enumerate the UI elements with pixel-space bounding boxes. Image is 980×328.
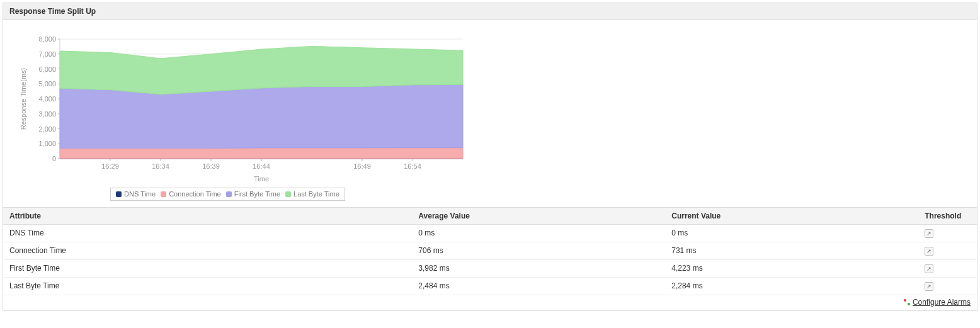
legend-label: DNS Time <box>124 190 156 198</box>
cell-current: 731 ms <box>665 242 918 259</box>
panel-body: 01,0002,0003,0004,0005,0006,0007,0008,00… <box>3 20 977 310</box>
cell-attribute: First Byte Time <box>3 259 412 277</box>
threshold-edit-icon[interactable]: ↗ <box>925 247 933 256</box>
response-time-chart: 01,0002,0003,0004,0005,0006,0007,0008,00… <box>16 33 469 184</box>
table-header-row: Attribute Average Value Current Value Th… <box>3 207 977 224</box>
svg-text:16:39: 16:39 <box>202 162 220 170</box>
svg-text:1,000: 1,000 <box>38 140 56 147</box>
svg-text:16:54: 16:54 <box>404 162 421 170</box>
cell-attribute: DNS Time <box>3 224 412 242</box>
area-series <box>60 84 463 148</box>
legend-item[interactable]: First Byte Time <box>226 190 280 198</box>
table-row: DNS Time0 ms0 ms↗ <box>3 224 977 242</box>
col-threshold: Threshold <box>918 207 977 224</box>
legend-item[interactable]: DNS Time <box>116 190 156 198</box>
cell-threshold: ↗ <box>918 259 977 277</box>
legend-label: Connection Time <box>169 190 221 198</box>
svg-text:0: 0 <box>52 155 56 162</box>
svg-text:16:34: 16:34 <box>152 162 169 170</box>
cell-current: 2,284 ms <box>665 277 918 295</box>
svg-text:5,000: 5,000 <box>38 80 56 88</box>
svg-text:6,000: 6,000 <box>38 65 56 73</box>
col-attribute: Attribute <box>3 207 412 224</box>
svg-text:2,000: 2,000 <box>38 125 56 133</box>
col-current: Current Value <box>665 207 918 224</box>
cell-attribute: Last Byte Time <box>3 277 412 295</box>
legend-item[interactable]: Connection Time <box>161 190 221 198</box>
cell-threshold: ↗ <box>918 242 977 259</box>
legend-swatch <box>161 191 166 197</box>
cell-average: 0 ms <box>412 224 665 242</box>
cell-average: 3,982 ms <box>412 259 665 277</box>
alarm-icon <box>904 299 910 305</box>
response-time-panel: Response Time Split Up 01,0002,0003,0004… <box>3 3 977 311</box>
panel-title: Response Time Split Up <box>3 3 977 20</box>
cell-threshold: ↗ <box>918 224 977 242</box>
chart-legend: DNS TimeConnection TimeFirst Byte TimeLa… <box>110 188 345 201</box>
svg-text:16:44: 16:44 <box>253 162 270 170</box>
panel-footer: Configure Alarms <box>3 295 977 310</box>
table-row: First Byte Time3,982 ms4,223 ms↗ <box>3 259 977 277</box>
svg-text:8,000: 8,000 <box>38 35 56 43</box>
legend-item[interactable]: Last Byte Time <box>285 190 339 198</box>
threshold-edit-icon[interactable]: ↗ <box>925 264 933 273</box>
configure-alarms-link[interactable]: Configure Alarms <box>913 298 971 307</box>
svg-text:7,000: 7,000 <box>38 50 56 58</box>
cell-average: 2,484 ms <box>412 277 665 295</box>
cell-average: 706 ms <box>412 242 665 259</box>
legend-swatch <box>226 191 232 197</box>
metrics-table: Attribute Average Value Current Value Th… <box>3 207 977 295</box>
threshold-edit-icon[interactable]: ↗ <box>925 282 933 291</box>
area-series <box>60 148 463 159</box>
cell-threshold: ↗ <box>918 277 977 295</box>
cell-current: 4,223 ms <box>665 259 918 277</box>
table-row: Last Byte Time2,484 ms2,284 ms↗ <box>3 277 977 295</box>
legend-label: Last Byte Time <box>293 190 339 198</box>
svg-text:16:29: 16:29 <box>101 162 119 170</box>
cell-attribute: Connection Time <box>3 242 412 259</box>
svg-text:Response Time(ms): Response Time(ms) <box>20 68 27 130</box>
svg-text:3,000: 3,000 <box>38 110 56 118</box>
legend-swatch <box>116 191 122 197</box>
legend-label: First Byte Time <box>234 190 280 198</box>
table-row: Connection Time706 ms731 ms↗ <box>3 242 977 259</box>
svg-text:Time: Time <box>254 175 269 183</box>
chart-container: 01,0002,0003,0004,0005,0006,0007,0008,00… <box>3 20 977 207</box>
svg-text:4,000: 4,000 <box>38 95 56 103</box>
threshold-edit-icon[interactable]: ↗ <box>925 229 933 238</box>
col-average: Average Value <box>412 207 665 224</box>
cell-current: 0 ms <box>665 224 918 242</box>
svg-text:16:49: 16:49 <box>353 162 371 170</box>
legend-swatch <box>285 191 291 197</box>
